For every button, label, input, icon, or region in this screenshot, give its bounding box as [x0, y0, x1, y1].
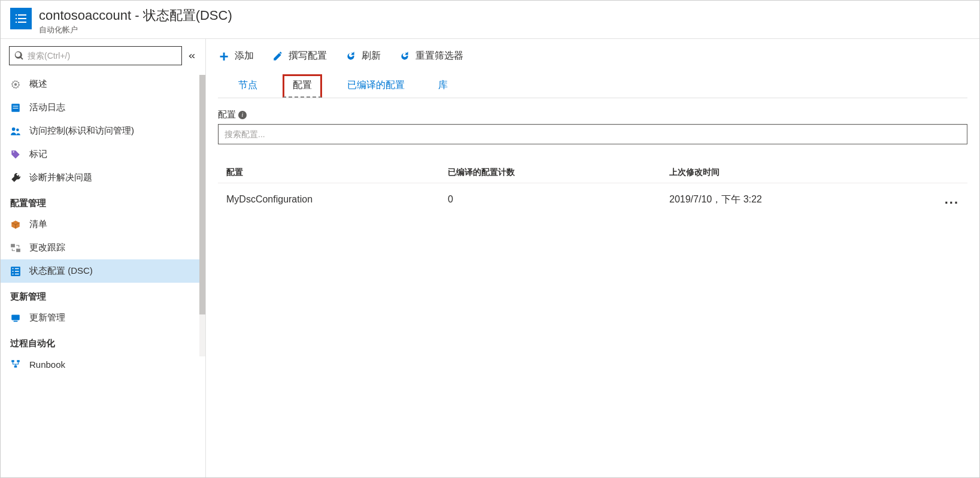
page-header: contosoaccount - 状态配置(DSC) 自动化帐户	[1, 1, 979, 39]
tab-library[interactable]: 库	[430, 74, 456, 98]
tag-icon	[10, 149, 21, 160]
wrench-icon	[10, 173, 21, 183]
sidebar-item-activity-log[interactable]: 活动日志	[1, 96, 205, 119]
add-button[interactable]: + 添加	[218, 50, 254, 62]
toolbar-label: 撰写配置	[289, 50, 327, 62]
refresh-button[interactable]: 刷新	[345, 50, 381, 62]
content-area: + 添加 撰写配置 刷新 重置筛选器 节点 配置 已编译的配置 库 配置	[206, 39, 979, 478]
sidebar-item-label: 概述	[29, 78, 47, 90]
svg-rect-13	[17, 360, 20, 362]
sidebar-scrollbar[interactable]	[199, 75, 205, 356]
reset-filter-button[interactable]: 重置筛选器	[399, 50, 463, 62]
sidebar-item-dsc[interactable]: 状态配置 (DSC)	[1, 259, 205, 283]
plus-icon: +	[218, 50, 230, 62]
row-actions-button[interactable]: ...	[945, 192, 959, 207]
sidebar-search[interactable]	[9, 46, 182, 65]
table-header: 配置 已编译的配置计数 上次修改时间	[218, 162, 967, 183]
col-header-modified[interactable]: 上次修改时间	[669, 167, 923, 178]
sidebar-item-label: 清单	[29, 219, 47, 230]
log-icon	[10, 102, 21, 113]
refresh-icon	[399, 50, 411, 62]
refresh-icon	[345, 50, 357, 62]
tab-config[interactable]: 配置	[283, 74, 322, 98]
sidebar-item-inventory[interactable]: 清单	[1, 213, 205, 236]
toolbar-label: 刷新	[362, 50, 381, 62]
svg-rect-14	[14, 365, 17, 367]
sidebar-item-runbook[interactable]: Runbook	[1, 353, 205, 376]
collapse-sidebar-button[interactable]: «	[186, 48, 199, 63]
page-subtitle: 自动化帐户	[39, 25, 232, 35]
search-icon	[14, 51, 24, 60]
toolbar-label: 重置筛选器	[415, 50, 463, 62]
sidebar-item-label: 诊断并解决问题	[29, 172, 92, 183]
svg-rect-8	[16, 249, 20, 252]
sidebar-item-diagnose[interactable]: 诊断并解决问题	[1, 166, 205, 189]
sidebar-search-input[interactable]	[28, 51, 177, 60]
tab-nodes[interactable]: 节点	[230, 74, 266, 98]
sidebar-item-label: 更改跟踪	[29, 242, 65, 253]
svg-rect-7	[11, 244, 15, 247]
flow-icon	[10, 359, 21, 370]
pencil-icon	[272, 50, 284, 62]
info-icon[interactable]: i	[238, 111, 247, 119]
config-table: 配置 已编译的配置计数 上次修改时间 MyDscConfiguration 0 …	[218, 162, 967, 216]
sidebar: « 概述 活动日志 访问控制(标识和访问管理) 标记 诊断并解决问题 配置管理 …	[1, 39, 206, 478]
people-icon	[10, 126, 21, 137]
sidebar-item-tags[interactable]: 标记	[1, 143, 205, 166]
cell-count: 0	[448, 194, 669, 205]
table-row[interactable]: MyDscConfiguration 0 2019/7/10，下午 3:22 .…	[218, 183, 967, 216]
sidebar-section-process: 过程自动化	[1, 329, 205, 353]
svg-rect-10	[11, 314, 20, 320]
toolbar: + 添加 撰写配置 刷新 重置筛选器	[218, 47, 967, 71]
cell-config: MyDscConfiguration	[226, 194, 448, 205]
sidebar-item-update-mgmt[interactable]: 更新管理	[1, 306, 205, 329]
page-title: contosoaccount - 状态配置(DSC)	[39, 7, 232, 25]
sidebar-item-label: 标记	[29, 149, 47, 160]
tab-compiled[interactable]: 已编译的配置	[339, 74, 413, 98]
sidebar-item-label: 状态配置 (DSC)	[29, 265, 93, 277]
sidebar-section-update: 更新管理	[1, 283, 205, 306]
svg-point-5	[12, 127, 16, 131]
checklist-icon	[10, 8, 32, 29]
cell-modified: 2019/7/10，下午 3:22	[669, 193, 923, 206]
svg-rect-11	[14, 320, 18, 322]
col-header-config[interactable]: 配置	[226, 167, 448, 178]
box-icon	[10, 219, 21, 230]
svg-rect-12	[11, 360, 14, 362]
sidebar-item-access-control[interactable]: 访问控制(标识和访问管理)	[1, 119, 205, 143]
sidebar-item-label: Runbook	[29, 359, 65, 370]
sidebar-item-change-tracking[interactable]: 更改跟踪	[1, 236, 205, 259]
section-label: 配置 i	[218, 109, 967, 120]
svg-rect-4	[13, 108, 19, 108]
svg-rect-3	[13, 105, 19, 106]
sidebar-section-config: 配置管理	[1, 189, 205, 213]
compose-button[interactable]: 撰写配置	[272, 50, 327, 62]
svg-point-6	[16, 128, 19, 131]
checklist-icon	[10, 266, 21, 277]
config-search[interactable]	[218, 124, 967, 144]
sidebar-item-label: 访问控制(标识和访问管理)	[29, 125, 134, 137]
gear-icon	[10, 79, 21, 90]
changes-icon	[10, 243, 21, 253]
sidebar-item-label: 更新管理	[29, 312, 65, 323]
monitor-icon	[10, 313, 21, 323]
svg-point-1	[14, 83, 17, 86]
toolbar-label: 添加	[235, 50, 254, 62]
sidebar-item-overview[interactable]: 概述	[1, 72, 205, 96]
config-search-input[interactable]	[224, 129, 961, 139]
tab-bar: 节点 配置 已编译的配置 库	[218, 71, 967, 98]
col-header-count[interactable]: 已编译的配置计数	[448, 167, 669, 178]
sidebar-item-label: 活动日志	[29, 102, 65, 113]
